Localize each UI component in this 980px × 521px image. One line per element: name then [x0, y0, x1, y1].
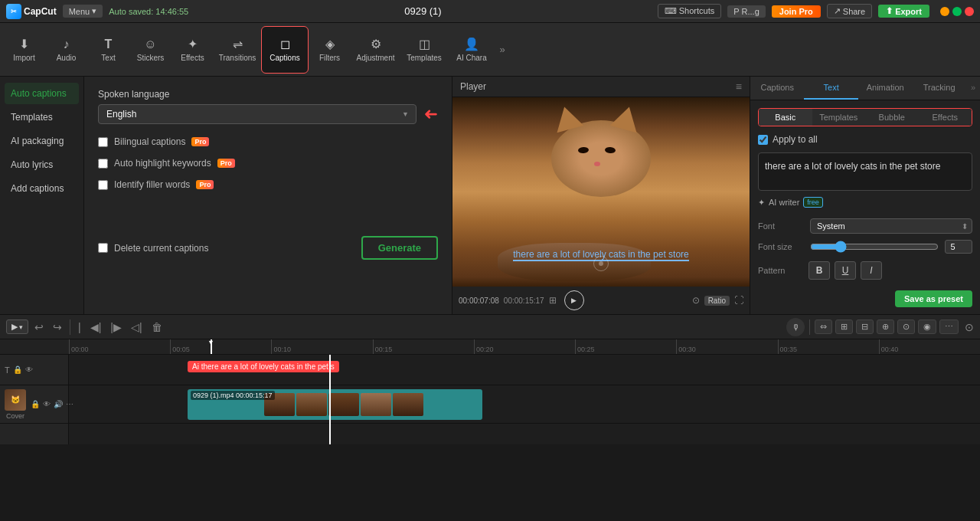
ruler-mark-6: 00:30	[676, 339, 777, 355]
caption-track-lock-icon[interactable]: 🔒	[13, 365, 22, 374]
generate-button[interactable]: Generate	[361, 236, 438, 260]
ai-writer-label: AI writer	[769, 198, 799, 207]
ai-writer-button[interactable]: ✦ AI writer free	[758, 197, 972, 208]
tool-captions[interactable]: ◻ Captions	[261, 26, 309, 74]
subtabs-container: Basic Templates Bubble Effects	[758, 108, 972, 126]
underline-button[interactable]: U	[835, 261, 856, 280]
split2-button[interactable]: ⊕	[877, 319, 894, 334]
delete-captions-row: Delete current captions	[98, 243, 208, 254]
tool-text[interactable]: T Text	[87, 26, 129, 74]
delete-clip-button[interactable]: 🗑	[149, 319, 165, 335]
font-size-input[interactable]	[945, 240, 972, 254]
captions-label: Captions	[270, 54, 299, 62]
caption-track-row: Ai there are a lot of lovely cats in the…	[69, 355, 980, 385]
screenshot-button[interactable]: ⊙	[692, 295, 700, 306]
tool-effects[interactable]: ✦ Effects	[172, 26, 214, 74]
bilingual-option-row: Bilingual captions Pro	[98, 136, 438, 147]
caption-text-display[interactable]: there are a lot of lovely cats in the pe…	[758, 152, 972, 191]
tab-captions[interactable]: Captions	[750, 77, 804, 100]
language-select[interactable]: English Chinese Spanish	[98, 104, 416, 124]
caption-track-label: T 🔒 👁	[0, 355, 68, 385]
font-select[interactable]: System Arial Roboto	[810, 218, 972, 234]
video-track-audio-icon[interactable]: 🔊	[54, 400, 63, 408]
apply-to-all-row: Apply to all	[758, 134, 972, 145]
stickers-icon: ☺	[144, 38, 156, 51]
redo-button[interactable]: ↪	[50, 319, 65, 335]
fullscreen-button[interactable]: ⛶	[734, 295, 743, 306]
ruler-mark-3: 00:15	[373, 339, 474, 355]
tool-filters[interactable]: ◈ Filters	[309, 26, 351, 74]
video-track-vis-icon[interactable]: 👁	[43, 400, 51, 408]
caption-clip[interactable]: Ai there are a lot of lovely cats in the…	[188, 361, 339, 372]
save-preset-button[interactable]: Save as preset	[895, 290, 972, 307]
sidebar-auto-lyrics[interactable]: Auto lyrics	[5, 154, 79, 175]
apply-to-all-checkbox[interactable]	[758, 135, 768, 145]
pattern-row: Pattern B U I	[758, 261, 972, 280]
bilingual-checkbox[interactable]	[98, 137, 108, 147]
tool-adjustment[interactable]: ⚙ Adjustment	[351, 26, 400, 74]
tool-ai-chara[interactable]: 👤 AI Chara	[448, 26, 495, 74]
subtab-effects[interactable]: Effects	[919, 109, 972, 126]
trim-left-button[interactable]: ◀|	[87, 319, 105, 335]
share-button[interactable]: ↗ Share	[827, 4, 872, 18]
tab-tracking[interactable]: Tracking	[912, 77, 965, 100]
shortcuts-button[interactable]: ⌨ Shortcuts	[658, 4, 722, 18]
video-container: there are a lot of lovely cats in the pe…	[452, 97, 750, 287]
undo-button[interactable]: ↩	[31, 319, 47, 335]
tab-animation[interactable]: Animation	[858, 77, 912, 100]
grid-view-button[interactable]: ⊞	[549, 295, 557, 306]
caption-track-vis-icon[interactable]: 👁	[25, 365, 33, 374]
group-button[interactable]: ⊞	[835, 319, 853, 334]
ruler-mark-2: 00:10	[271, 339, 372, 355]
trim-right-button[interactable]: |▶	[107, 319, 125, 335]
sidebar-ai-packaging[interactable]: AI packaging	[5, 130, 79, 152]
more-button[interactable]: ⋯	[939, 319, 959, 334]
split-button[interactable]: |	[75, 319, 84, 335]
copy-button[interactable]: ⊙	[897, 319, 915, 334]
flip-button[interactable]: ◉	[918, 319, 936, 334]
tool-stickers[interactable]: ☺ Stickers	[129, 26, 172, 74]
font-size-slider[interactable]	[810, 241, 939, 253]
tool-templates[interactable]: ◫ Templates	[400, 26, 448, 74]
trim-button2[interactable]: ◁|	[128, 319, 145, 335]
player-title: Player	[460, 81, 486, 92]
menu-button[interactable]: Menu ▾	[63, 5, 103, 18]
audio-label: Audio	[57, 54, 77, 62]
tab-text[interactable]: Text	[804, 77, 858, 100]
right-panel-more[interactable]: »	[966, 77, 980, 100]
subtab-basic[interactable]: Basic	[759, 109, 812, 126]
italic-button[interactable]: I	[861, 261, 882, 280]
tool-transitions[interactable]: ⇌ Transitions	[214, 26, 261, 74]
play-button[interactable]: ▶	[564, 290, 584, 310]
tool-audio[interactable]: ♪ Audio	[45, 26, 87, 74]
maximize-button[interactable]	[952, 7, 962, 16]
sidebar-templates[interactable]: Templates	[5, 106, 79, 128]
caption-track-icon: T	[5, 365, 10, 375]
ratio-button[interactable]: Ratio	[704, 296, 730, 306]
video-clip[interactable]: 0929 (1).mp4 00:00:15:17	[188, 389, 482, 420]
filler-words-checkbox[interactable]	[98, 180, 108, 190]
export-button[interactable]: ⬆ Export	[878, 5, 929, 18]
stickers-label: Stickers	[137, 54, 165, 62]
ungroup-button[interactable]: ⊟	[856, 319, 874, 334]
tool-import[interactable]: ⬇ Import	[3, 26, 45, 74]
close-button[interactable]	[965, 7, 974, 16]
subtab-templates[interactable]: Templates	[812, 109, 866, 126]
zoom-settings-button[interactable]: ⊙	[965, 321, 974, 333]
bold-button[interactable]: B	[808, 261, 830, 280]
select-tool[interactable]: ▶ ▾	[6, 319, 28, 334]
toolbar-more-button[interactable]: »	[495, 26, 509, 74]
subtab-bubble[interactable]: Bubble	[865, 109, 919, 126]
auto-highlight-checkbox[interactable]	[98, 159, 108, 169]
link-clips-button[interactable]: ⇔	[815, 319, 832, 334]
mic-button[interactable]: 🎙	[786, 318, 805, 336]
player-menu-icon[interactable]: ≡	[736, 80, 742, 93]
join-pro-button[interactable]: Join Pro	[772, 5, 821, 18]
minimize-button[interactable]	[940, 7, 949, 16]
delete-captions-checkbox[interactable]	[98, 243, 108, 253]
sidebar-add-captions[interactable]: Add captions	[5, 178, 79, 199]
sidebar-auto-captions[interactable]: Auto captions	[5, 83, 79, 104]
ring-button[interactable]: P R...g	[727, 5, 766, 18]
thumb-5	[393, 393, 423, 416]
video-track-lock-icon[interactable]: 🔒	[31, 400, 40, 408]
